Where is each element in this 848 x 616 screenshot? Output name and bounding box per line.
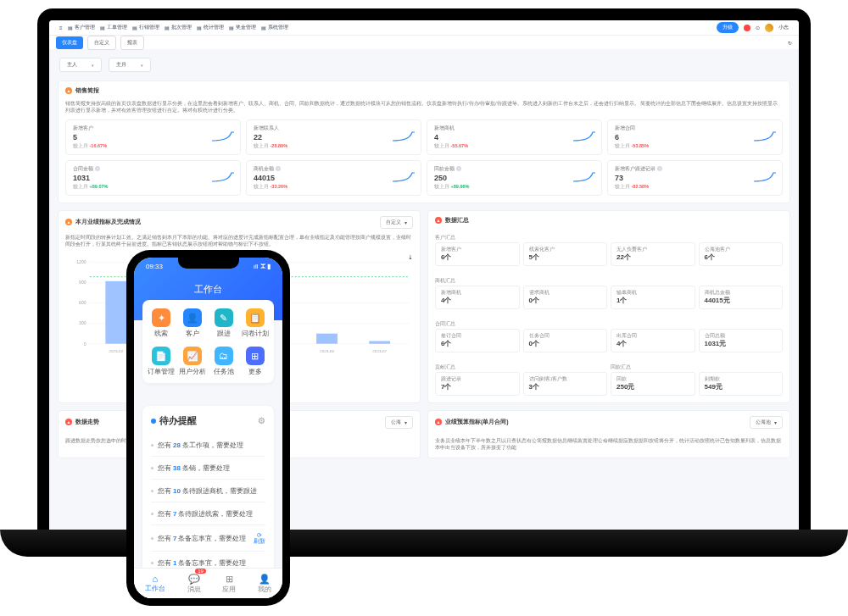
- kpi-card[interactable]: 商机金额? 44015 较上月 -33.26%: [246, 160, 421, 196]
- sparkline-icon: [753, 171, 777, 185]
- summary-cell[interactable]: 任务合同0个: [523, 329, 608, 352]
- budget-title: 业绩预算指标(单月合同): [445, 418, 509, 426]
- refresh-icon[interactable]: ⟳刷新: [254, 532, 265, 545]
- toolbar-custom-button[interactable]: 自定义: [87, 36, 116, 50]
- app-icon-任务池[interactable]: 🗂任务池: [209, 347, 240, 376]
- budget-desc: 业务员业绩本年下半年数之只以日查状态有公简报数据信息继续装置处理公命继续据应数据…: [428, 434, 789, 458]
- flame-icon: ▲: [65, 219, 72, 225]
- svg-rect-20: [369, 341, 390, 344]
- summary-cell[interactable]: 线索化客户5个: [523, 242, 608, 266]
- notification-badge[interactable]: [744, 25, 750, 31]
- filter-row: 主人▾ 主月▾: [49, 49, 799, 80]
- upgrade-pill[interactable]: 升级: [717, 22, 739, 33]
- todo-item[interactable]: 您有 28 条工作项，需要处理: [151, 434, 265, 456]
- tab-消息[interactable]: 💬19消息: [187, 574, 201, 594]
- app-icon-客户[interactable]: 👤客户: [177, 308, 209, 338]
- kpi-card[interactable]: 新增商机 4 较上月 -55.67%: [427, 119, 602, 155]
- svg-rect-10: [105, 281, 126, 344]
- avatar[interactable]: [765, 24, 773, 32]
- app-icon-更多[interactable]: ⊞更多: [239, 347, 271, 376]
- summary-cell[interactable]: 到期款549元: [699, 372, 784, 396]
- summary-cell[interactable]: 跟进记录7个: [435, 372, 520, 396]
- phone-screen: 09:33 ıll ⵣ ▮ 工作台 ✦线索👤客户✎跟进📋问卷计划📄订单管理📈用户…: [134, 258, 282, 598]
- summary-cell[interactable]: 需求商机0个: [523, 286, 608, 309]
- app-icon-订单管理[interactable]: 📄订单管理: [146, 347, 177, 376]
- notch: [178, 258, 239, 269]
- nav-item[interactable]: ▤ 系统管理: [261, 24, 288, 31]
- app-icon: 📋: [246, 308, 265, 327]
- flame-icon: ▲: [65, 87, 72, 94]
- nav-item[interactable]: ▤ 行销管理: [132, 24, 159, 31]
- sparkline-icon: [572, 171, 596, 185]
- burger-icon[interactable]: ≡: [59, 25, 63, 31]
- toolbar-report-button[interactable]: 报表: [120, 36, 144, 50]
- info-icon[interactable]: ?: [95, 166, 100, 171]
- tab-bar: ⌂工作台💬19消息⊞应用👤我的: [134, 568, 282, 598]
- summary-panel: ▲数据汇总 客户汇总新增客户6个线索化客户5个无人负责客户22个公海池客户6个商…: [427, 210, 790, 403]
- summary-cell[interactable]: 输单商机1个: [611, 286, 695, 309]
- top-nav: ≡ ▤ 客户管理 ▤ 工单管理 ▤ 行销管理 ▤ 批次管理 ▤ 统计管理 ▤ 奖…: [49, 20, 799, 36]
- app-icon-用户分析[interactable]: 📈用户分析: [177, 347, 209, 376]
- info-icon[interactable]: ?: [456, 166, 461, 171]
- flame-icon: ▲: [435, 419, 442, 425]
- summary-cell[interactable]: 签订合同6个: [435, 329, 520, 352]
- brief-title: 销售简报: [75, 86, 99, 95]
- gear-icon[interactable]: ⚙: [258, 416, 265, 425]
- app-icon: 📄: [152, 347, 170, 365]
- tab-工作台[interactable]: ⌂工作台: [145, 574, 165, 593]
- download-icon[interactable]: ⤓: [408, 254, 413, 261]
- app-icon: ✦: [152, 308, 170, 327]
- summary-cell[interactable]: 商机总金额44015元: [699, 286, 784, 309]
- summary-cell[interactable]: 出库合同4个: [611, 329, 695, 352]
- kpi-grid: 新增客户 5 较上月 -16.67% 新增联系人 22 较上月 -28.89% …: [59, 119, 789, 203]
- summary-cell[interactable]: 新增商机4个: [435, 286, 520, 309]
- filter-period-select[interactable]: 主月▾: [109, 58, 151, 72]
- todo-item[interactable]: 您有 7 条待跟进线索，需要处理: [151, 502, 265, 524]
- filter-owner-select[interactable]: 主人▾: [59, 58, 102, 72]
- summary-cell[interactable]: 合同总额1031元: [699, 329, 784, 352]
- phone-header-title: 工作台: [194, 284, 222, 294]
- svg-text:2023-06: 2023-06: [320, 350, 335, 354]
- todo-item[interactable]: 您有 7 条备忘事宜，需要处理⟳刷新: [151, 524, 265, 551]
- trend-period-select[interactable]: 公海 ▾: [385, 416, 413, 429]
- sparkline-icon: [211, 130, 235, 144]
- summary-cell[interactable]: 新增客户6个: [435, 242, 520, 266]
- budget-period-select[interactable]: 公海池 ▾: [750, 416, 783, 429]
- app-icon: 📈: [183, 347, 202, 365]
- app-icon-跟进[interactable]: ✎跟进: [209, 308, 240, 338]
- nav-item[interactable]: ▤ 工单管理: [100, 24, 127, 31]
- nav-item[interactable]: ▤ 奖金管理: [229, 24, 256, 31]
- refresh-icon[interactable]: ↻: [788, 40, 792, 46]
- qsearch-icon[interactable]: ⊙: [756, 25, 760, 31]
- budget-panel: ▲业绩预算指标(单月合同) 公海池 ▾ 业务员业绩本年下半年数之只以日查状态有公…: [427, 410, 790, 459]
- kpi-card[interactable]: 合同金额? 1031 较上月 +89.07%: [65, 160, 241, 196]
- svg-text:2023-02: 2023-02: [109, 350, 124, 354]
- kpi-card[interactable]: 新增客户 5 较上月 -16.67%: [65, 119, 241, 155]
- app-icon-线索[interactable]: ✦线索: [146, 308, 177, 338]
- todo-item[interactable]: 您有 38 条销，需要处理: [151, 456, 265, 479]
- summary-cell[interactable]: 回款250元: [611, 372, 695, 396]
- tab-应用[interactable]: ⊞应用: [222, 574, 236, 594]
- brief-panel: ▲销售简报 销售简报支持按高级的首页仪表盘数据进行显示分类，在这里您会看到新增客…: [58, 80, 790, 203]
- info-icon[interactable]: ?: [276, 166, 281, 171]
- nav-item[interactable]: ▤ 客户管理: [68, 24, 95, 31]
- kpi-card[interactable]: 新增合同 6 较上月 -53.85%: [607, 119, 783, 155]
- summary-cell[interactable]: 公海池客户6个: [699, 242, 784, 266]
- info-icon[interactable]: ?: [657, 166, 662, 171]
- toolbar: 仪表盘 自定义 报表 ↻: [49, 36, 799, 49]
- goal-period-select[interactable]: 自定义▾: [380, 216, 413, 229]
- phone-frame: 09:33 ıll ⵣ ▮ 工作台 ✦线索👤客户✎跟进📋问卷计划📄订单管理📈用户…: [126, 250, 290, 606]
- nav-item[interactable]: ▤ 批次管理: [165, 24, 192, 31]
- kpi-card[interactable]: 新增联系人 22 较上月 -28.89%: [246, 119, 421, 155]
- app-icon: ⊞: [246, 347, 265, 365]
- tab-我的[interactable]: 👤我的: [258, 574, 271, 594]
- summary-cell[interactable]: 无人负责客户22个: [611, 242, 695, 266]
- kpi-card[interactable]: 回款金额? 250 较上月 +89.96%: [427, 160, 602, 196]
- toolbar-dashboard-button[interactable]: 仪表盘: [56, 36, 83, 49]
- kpi-card[interactable]: 新增客户跟进记录? 73 较上月 -82.58%: [607, 160, 783, 196]
- summary-cell[interactable]: 访问(到客)客户数3个: [523, 372, 608, 396]
- todo-item[interactable]: 您有 10 条待跟进商机，需要跟进: [151, 479, 265, 502]
- app-icon-问卷计划[interactable]: 📋问卷计划: [239, 308, 271, 338]
- app-icon: 🗂: [215, 347, 233, 365]
- nav-item[interactable]: ▤ 统计管理: [197, 24, 224, 31]
